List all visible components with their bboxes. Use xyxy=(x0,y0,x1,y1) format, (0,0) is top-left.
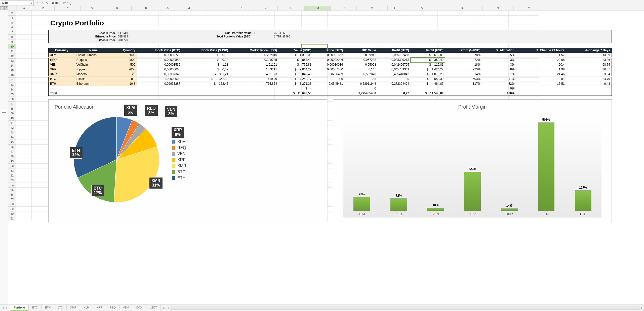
table-row[interactable]: ETHEthereum10,80,02933287$ 352,45765.864… xyxy=(49,81,612,86)
sheet-tab-VEN[interactable]: VEN xyxy=(119,305,133,310)
col-header-I[interactable]: I xyxy=(203,6,229,11)
row-header-50[interactable]: 50 xyxy=(8,164,16,168)
row-header-39[interactable]: 39 xyxy=(8,111,16,116)
horizontal-scrollbar[interactable] xyxy=(166,306,644,310)
tab-nav-next-icon[interactable] xyxy=(6,306,8,309)
sheet-tab-USDT[interactable]: USDT xyxy=(146,305,161,310)
col-header-M[interactable]: M xyxy=(305,6,331,11)
col-header-P[interactable]: P xyxy=(388,6,401,11)
row-header-15[interactable]: 15 xyxy=(8,68,16,73)
scroll-left-icon[interactable] xyxy=(166,306,170,309)
row-header-44[interactable]: 44 xyxy=(8,135,16,140)
row-header-61[interactable]: 61 xyxy=(8,216,16,221)
sheet-tab-XMR[interactable]: XMR xyxy=(67,305,80,310)
row-header-38[interactable]: 38 xyxy=(8,106,16,111)
table-row[interactable]: BTCBitcoin0,31,00000000$ 2 352,8914193.9… xyxy=(49,77,612,81)
formula-input[interactable]: =I10-(D10*F10) xyxy=(51,2,644,5)
row-header-11[interactable]: 11 xyxy=(8,49,16,54)
col-header-L[interactable]: L xyxy=(277,6,305,11)
table-row[interactable]: XRPRipple20000,00005065$ 0,321.03211$ 2 … xyxy=(49,67,612,72)
row-header-58[interactable]: 58 xyxy=(8,202,16,207)
col-header-J[interactable]: J xyxy=(229,6,254,11)
row-header-4[interactable]: 4 xyxy=(8,16,16,20)
allocation-chart[interactable]: Porfolio Allocation XLM6%REQ3%VEN3%XRP8%… xyxy=(48,99,327,222)
outline-levels[interactable]: 1 2 xyxy=(0,6,8,10)
row-header-46[interactable]: 46 xyxy=(8,145,16,149)
row-header-45[interactable]: 45 xyxy=(8,140,16,145)
sheet-tab-LTC[interactable]: LTC xyxy=(54,305,67,310)
scroll-track[interactable] xyxy=(170,306,640,309)
col-header-F[interactable]: F xyxy=(132,6,160,11)
fx-icon[interactable]: fx xyxy=(46,1,48,5)
row-header-51[interactable]: 51 xyxy=(8,168,16,173)
table-row[interactable]: XMRMonero200,00337340$ 351,21402.123$ 8 … xyxy=(49,72,612,77)
row-header-7[interactable]: 7 xyxy=(8,30,16,35)
row-header-37[interactable]: 37 xyxy=(8,102,16,106)
profit-chart[interactable]: Profit Margin 78%72%18%223%14%503%117% X… xyxy=(333,99,612,222)
table-row[interactable]: XLMStellar Lumens60000,00000722$ 0,130.2… xyxy=(49,53,612,58)
sheet-tab-IOTA[interactable]: IOTA xyxy=(132,305,146,310)
row-header-9[interactable]: 9 xyxy=(8,39,16,44)
col-header-E[interactable]: E xyxy=(103,6,132,11)
row-header-43[interactable]: 43 xyxy=(8,130,16,135)
chevron-down-icon[interactable] xyxy=(31,2,32,5)
sheet-tab-Portfolio[interactable]: Portfolio xyxy=(10,305,29,310)
accept-icon[interactable] xyxy=(41,1,43,5)
row-header-33[interactable]: 33 xyxy=(8,82,16,87)
col-header-D[interactable]: D xyxy=(81,6,103,11)
col-header-G[interactable]: G xyxy=(160,6,175,11)
row-header-52[interactable]: 52 xyxy=(8,173,16,178)
col-header-C[interactable]: C xyxy=(55,6,81,11)
sheet-tab-ETH[interactable]: ETH xyxy=(42,305,54,310)
row-header-10[interactable]: 10 xyxy=(8,44,16,49)
worksheet-grid[interactable]: ABCDEFGHIJKLMNOPQRST 2456789101112131415… xyxy=(8,6,644,304)
row-header-5[interactable]: 5 xyxy=(8,20,16,25)
row-header-36[interactable]: 36 xyxy=(8,97,16,102)
portfolio-table[interactable]: CurrencyNameQuantityBook Price (BTC)Book… xyxy=(48,48,612,96)
table-row[interactable]: REQRequest28000,00000853$ 0,180.308745$ … xyxy=(49,58,612,62)
col-header-K[interactable]: K xyxy=(254,6,277,11)
add-sheet-icon[interactable]: ⊕ xyxy=(163,306,166,310)
row-header-16[interactable]: 16 xyxy=(8,73,16,78)
row-header-48[interactable]: 48 xyxy=(8,154,16,159)
row-header-47[interactable]: 47 xyxy=(8,149,16,154)
row-header-8[interactable]: 8 xyxy=(8,35,16,39)
row-header-35[interactable]: 35 xyxy=(8,92,16,97)
sheet-tab-REQ[interactable]: REQ xyxy=(106,305,119,310)
col-header-Q[interactable]: Q xyxy=(401,6,442,11)
row-header-56[interactable]: 56 xyxy=(8,192,16,197)
row-header-14[interactable]: 14 xyxy=(8,63,16,68)
outline-expand-icon[interactable]: + xyxy=(2,109,6,113)
row-header-12[interactable]: 12 xyxy=(8,54,16,59)
table-row[interactable]: VENVeChain5000,00001535$ 1,281.51161$ 75… xyxy=(49,62,612,67)
sheet-tab-BTC[interactable]: BTC xyxy=(29,305,42,310)
row-header-6[interactable]: 6 xyxy=(8,25,16,30)
sheet-tab-XLM[interactable]: XLM xyxy=(80,305,93,310)
col-header-O[interactable]: O xyxy=(356,6,388,11)
col-header-T[interactable]: T xyxy=(513,6,544,11)
table-row-blank[interactable]: $ -00% xyxy=(49,86,612,91)
table-row-total[interactable]: Total$ 25 648,561,7754854800,92$ 11 548,… xyxy=(49,91,612,96)
outline-level-1[interactable]: 1 xyxy=(0,6,4,10)
row-header-41[interactable]: 41 xyxy=(8,121,16,125)
row-header-60[interactable]: 60 xyxy=(8,211,16,216)
row-header-34[interactable]: 34 xyxy=(8,87,16,92)
sheet-tab-XRP[interactable]: XRP xyxy=(93,305,106,310)
row-header-59[interactable]: 59 xyxy=(8,207,16,211)
col-header-R[interactable]: R xyxy=(442,6,483,11)
row-header-31[interactable]: 31 xyxy=(8,78,16,82)
tab-nav-prev-icon[interactable] xyxy=(3,306,4,309)
cancel-icon[interactable] xyxy=(36,1,38,5)
row-header-2[interactable]: 2 xyxy=(8,11,16,16)
row-header-57[interactable]: 57 xyxy=(8,197,16,202)
col-header-B[interactable]: B xyxy=(32,6,55,11)
row-header-54[interactable]: 54 xyxy=(8,183,16,188)
col-header-N[interactable]: N xyxy=(331,6,356,11)
row-header-42[interactable]: 42 xyxy=(8,125,16,130)
col-header-H[interactable]: H xyxy=(175,6,203,11)
outline-level-2[interactable]: 2 xyxy=(4,6,8,10)
name-box[interactable]: M10 xyxy=(1,0,34,6)
row-header-13[interactable]: 13 xyxy=(8,59,16,63)
select-all-corner[interactable] xyxy=(8,6,16,11)
row-header-53[interactable]: 53 xyxy=(8,178,16,183)
